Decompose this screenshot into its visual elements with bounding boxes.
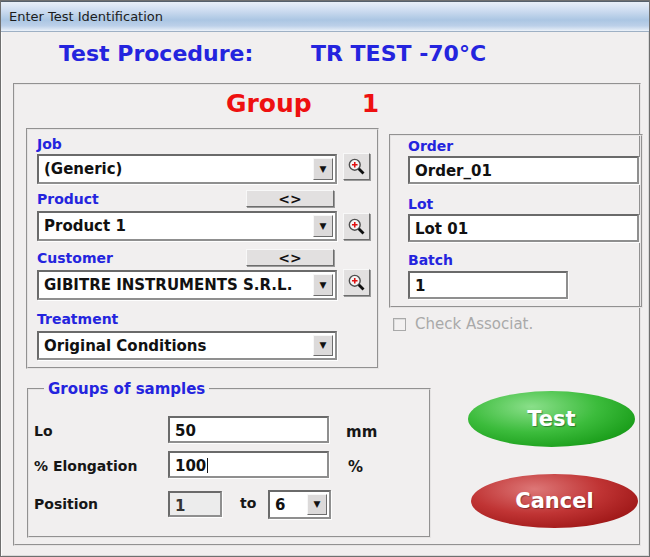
lo-value: 50 — [175, 422, 196, 440]
treatment-label: Treatment — [37, 311, 118, 327]
position-from-input: 1 — [168, 491, 222, 517]
job-value: (Generic) — [44, 160, 122, 178]
job-search-button[interactable] — [343, 153, 370, 180]
elongation-input[interactable]: 100 — [168, 451, 329, 478]
batch-value: 1 — [415, 277, 425, 295]
group-label: Group — [226, 89, 312, 118]
product-search-button[interactable] — [343, 213, 370, 240]
position-dropdown-arrow-icon[interactable]: ▼ — [307, 494, 327, 515]
lo-unit-label: mm — [346, 423, 377, 441]
lot-value: Lot 01 — [415, 220, 468, 238]
elongation-unit-label: % — [348, 458, 363, 476]
titlebar[interactable]: Enter Test Identification — [1, 1, 650, 32]
test-procedure-value: TR TEST -70°C — [311, 41, 486, 66]
position-to-combobox[interactable]: 6 ▼ — [268, 490, 331, 519]
position-from-value: 1 — [175, 497, 185, 515]
order-value: Order_01 — [415, 162, 492, 180]
test-procedure-label: Test Procedure: — [59, 41, 253, 66]
product-combobox[interactable]: Product 1 ▼ — [37, 211, 337, 241]
customer-value: GIBITRE INSTRUMENTS S.R.L. — [44, 276, 292, 294]
position-to-label: to — [240, 495, 256, 511]
job-combobox[interactable]: (Generic) ▼ — [37, 154, 337, 184]
magnifier-plus-icon — [346, 216, 367, 237]
check-associat-label: Check Associat. — [415, 315, 533, 333]
customer-search-button[interactable] — [343, 269, 370, 296]
product-label: Product — [37, 191, 99, 207]
product-swap-button[interactable]: <> — [246, 190, 334, 207]
order-label: Order — [408, 138, 453, 154]
position-label: Position — [34, 496, 98, 512]
customer-label: Customer — [37, 250, 113, 266]
group-number: 1 — [362, 89, 379, 118]
lo-label: Lo — [34, 423, 53, 439]
batch-input[interactable]: 1 — [408, 271, 568, 299]
customer-dropdown-arrow-icon[interactable]: ▼ — [313, 274, 333, 296]
customer-combobox[interactable]: GIBITRE INSTRUMENTS S.R.L. ▼ — [37, 270, 337, 300]
lot-input[interactable]: Lot 01 — [408, 214, 639, 242]
lot-label: Lot — [408, 196, 433, 212]
group-heading: Group 1 — [226, 89, 379, 118]
treatment-combobox[interactable]: Original Conditions ▼ — [37, 331, 337, 360]
treatment-value: Original Conditions — [44, 337, 206, 355]
lo-input[interactable]: 50 — [168, 416, 329, 443]
text-cursor — [207, 458, 208, 473]
position-to-value: 6 — [275, 496, 285, 514]
check-associat-checkbox[interactable] — [393, 318, 406, 331]
treatment-dropdown-arrow-icon[interactable]: ▼ — [313, 335, 333, 356]
product-value: Product 1 — [44, 217, 126, 235]
job-label: Job — [37, 136, 62, 152]
window-title: Enter Test Identification — [9, 9, 163, 24]
product-dropdown-arrow-icon[interactable]: ▼ — [313, 215, 333, 237]
cancel-button[interactable]: Cancel — [471, 474, 638, 528]
test-button[interactable]: Test — [468, 391, 635, 447]
magnifier-plus-icon — [346, 272, 367, 293]
groups-of-samples-title: Groups of samples — [44, 380, 209, 398]
magnifier-plus-icon — [346, 156, 367, 177]
job-dropdown-arrow-icon[interactable]: ▼ — [313, 158, 333, 180]
order-input[interactable]: Order_01 — [408, 156, 639, 184]
enter-test-identification-dialog: Enter Test Identification Test Procedure… — [0, 0, 650, 557]
customer-swap-button[interactable]: <> — [246, 249, 334, 266]
batch-label: Batch — [408, 252, 453, 268]
elongation-value: 100 — [175, 457, 206, 475]
elongation-label: % Elongation — [34, 458, 137, 474]
